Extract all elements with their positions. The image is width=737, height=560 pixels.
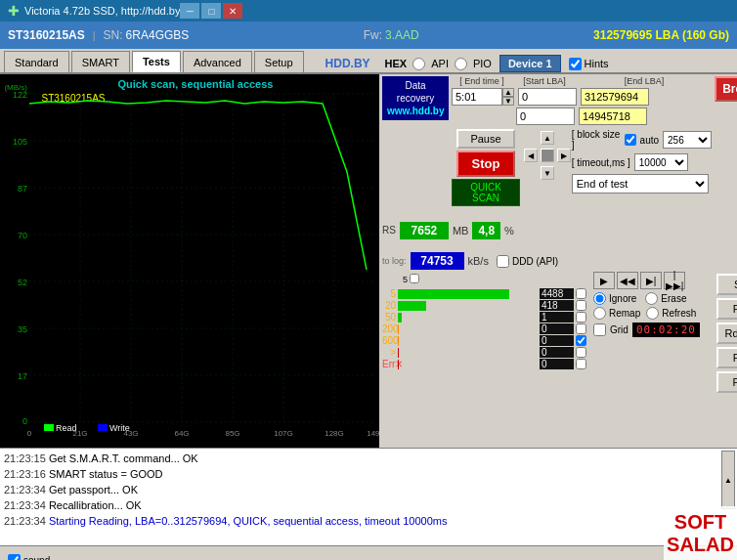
c5-checkbox[interactable]: [576, 288, 586, 299]
sound-label: sound: [23, 555, 50, 560]
break-all-button[interactable]: Break All: [715, 76, 737, 102]
quick-scan-button[interactable]: QUICK SCAN: [452, 179, 520, 206]
rs-label: RS: [382, 225, 396, 236]
svg-text:105: 105: [13, 137, 27, 147]
close-button[interactable]: ✕: [223, 3, 242, 19]
recall-button[interactable]: Recall: [716, 298, 737, 320]
watermark: SOFT SALAD: [664, 506, 737, 560]
device-button[interactable]: Device 1: [499, 55, 561, 72]
grid-checkbox[interactable]: [593, 323, 606, 336]
hints-label: Hints: [585, 58, 609, 69]
time-spin-up[interactable]: ▲: [502, 88, 514, 97]
tab-smart[interactable]: SMART: [71, 51, 130, 72]
tab-advanced[interactable]: Advanced: [183, 51, 252, 72]
end-lba-label: [End LBA]: [577, 76, 712, 86]
svg-text:(MB/s): (MB/s): [4, 83, 27, 92]
svg-rect-40: [98, 424, 108, 431]
hints-checkbox-group: Hints: [569, 58, 609, 70]
erase-label: Erase: [661, 293, 686, 304]
log-scroll-button[interactable]: ▲: [721, 451, 735, 509]
data-recovery-url: www.hdd.by: [387, 105, 444, 117]
svg-text:0: 0: [27, 429, 32, 438]
c600-checkbox[interactable]: [576, 335, 586, 346]
cgt-bar: [398, 348, 399, 358]
c50-val: 1: [540, 312, 574, 323]
end-of-test-select[interactable]: End of test: [572, 174, 709, 194]
rewind-button[interactable]: ◀◀: [617, 272, 638, 289]
svg-rect-38: [44, 424, 54, 431]
nav-left[interactable]: ◀: [524, 149, 538, 162]
bottom-bar: sound: [0, 545, 737, 560]
mb-value: 7652: [400, 222, 449, 239]
sound-checkbox[interactable]: [8, 554, 21, 560]
svg-text:70: 70: [18, 231, 27, 240]
ignore-radio[interactable]: [593, 292, 606, 305]
rd-button[interactable]: Rd: [716, 323, 737, 344]
svg-text:Quick scan, sequential access: Quick scan, sequential access: [118, 78, 274, 90]
tab-standard[interactable]: Standard: [4, 51, 69, 72]
c5-val: 4488: [540, 288, 574, 299]
c20-label: 20: [382, 300, 396, 311]
data-recovery-line1: Data recovery: [387, 79, 444, 105]
grid-row: Grid 00:02:20: [593, 323, 711, 337]
play-button[interactable]: ▶: [593, 272, 615, 289]
second-value-input[interactable]: 0: [516, 108, 575, 125]
fw-label: Fw:: [364, 28, 382, 42]
nav-down[interactable]: ▼: [541, 166, 554, 180]
sleep-button[interactable]: Sleep: [716, 274, 737, 295]
second-lba-input[interactable]: 14945718: [579, 108, 647, 125]
refresh-radio[interactable]: [646, 307, 659, 320]
nav-right[interactable]: ▶: [557, 149, 571, 162]
log-text-1: SMART status = GOOD: [49, 468, 163, 480]
auto-checkbox[interactable]: [625, 134, 636, 146]
counter-cb-5: [410, 274, 415, 285]
cerr-checkbox[interactable]: [576, 359, 586, 369]
end-button[interactable]: |▶▶|: [664, 272, 685, 289]
end-time-input[interactable]: 5:01: [452, 88, 502, 106]
c600-bar: [398, 336, 399, 346]
end-lba-input[interactable]: 312579694: [581, 88, 649, 106]
counter-row-20: 20 418: [382, 300, 589, 311]
ddd-checkbox[interactable]: [497, 255, 509, 268]
cgt-label: >: [382, 347, 396, 358]
log-text-2: Get passport... OK: [49, 484, 138, 495]
svg-text:17: 17: [18, 371, 27, 381]
svg-text:149G: 149G: [367, 429, 379, 438]
block-size-select[interactable]: 256: [663, 131, 712, 149]
stop-button[interactable]: Stop: [456, 151, 515, 177]
pio-radio[interactable]: [455, 58, 467, 70]
remap-radio[interactable]: [593, 307, 606, 320]
counter-row-200: 200 0: [382, 323, 589, 334]
pct-value: 4,8: [472, 222, 500, 239]
c200-checkbox[interactable]: [576, 323, 586, 334]
svg-rect-0: [0, 74, 379, 448]
c50-checkbox[interactable]: [576, 312, 586, 323]
c5-bar: [398, 289, 509, 299]
firmware-version: 3.AAD: [385, 28, 419, 42]
pause-button[interactable]: Pause: [456, 129, 515, 149]
auto-label: auto: [640, 135, 659, 146]
log-line-2: 21:23:34 Get passport... OK: [4, 482, 733, 497]
tab-tests[interactable]: Tests: [132, 51, 181, 72]
watermark-soft: SOFT: [674, 511, 726, 534]
svg-text:Write: Write: [109, 423, 130, 433]
power-button[interactable]: Power: [716, 371, 737, 393]
cgt-checkbox[interactable]: [576, 347, 586, 358]
passp-button[interactable]: Passp: [716, 347, 737, 368]
api-label: API: [431, 58, 449, 69]
start-lba-input[interactable]: 0: [518, 88, 577, 106]
nav-center[interactable]: [541, 149, 554, 162]
api-radio[interactable]: [412, 58, 425, 70]
c20-checkbox[interactable]: [576, 300, 586, 311]
svg-text:52: 52: [18, 278, 27, 287]
timeout-select[interactable]: 10000: [634, 153, 688, 171]
maximize-button[interactable]: □: [201, 3, 221, 19]
erase-radio[interactable]: [645, 292, 658, 305]
minimize-button[interactable]: ─: [180, 3, 199, 19]
nav-up[interactable]: ▲: [541, 131, 554, 145]
hints-checkbox[interactable]: [569, 58, 582, 70]
tab-setup[interactable]: Setup: [254, 51, 304, 72]
time-spin-down[interactable]: ▼: [502, 97, 514, 106]
step-button[interactable]: ▶|: [640, 272, 662, 289]
timeout-row: [ timeout,ms ] 10000: [572, 153, 712, 171]
